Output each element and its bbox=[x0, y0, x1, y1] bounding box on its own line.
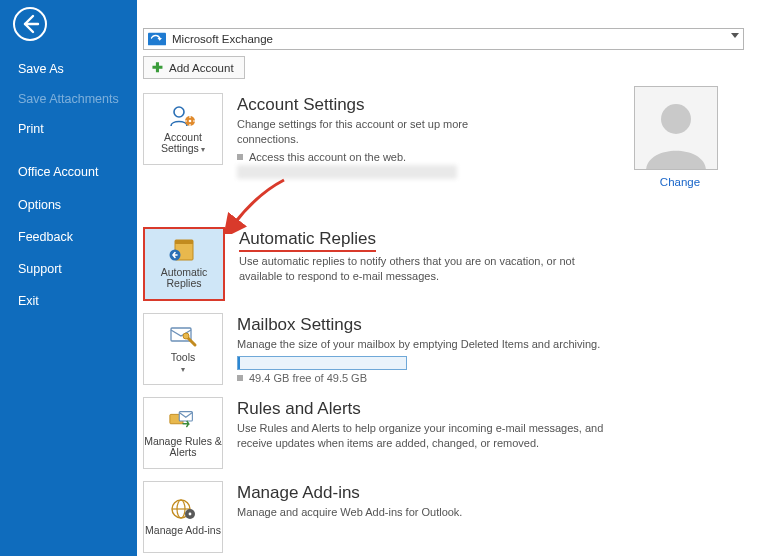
section-heading-automatic-replies: Automatic Replies bbox=[239, 229, 376, 252]
account-selector[interactable]: Microsoft Exchange bbox=[143, 28, 744, 50]
bullet-icon bbox=[237, 375, 243, 381]
section-desc: Use Rules and Alerts to help organize yo… bbox=[237, 421, 627, 451]
bullet-icon bbox=[237, 154, 243, 160]
svg-point-10 bbox=[661, 104, 691, 134]
automatic-replies-tile[interactable]: Automatic Replies bbox=[143, 227, 225, 301]
svg-rect-12 bbox=[175, 240, 193, 244]
account-settings-tile[interactable]: Account Settings ▾ bbox=[143, 93, 223, 165]
sidebar-item-office-account[interactable]: Office Account bbox=[0, 159, 137, 186]
tile-label: Manage Rules & Alerts bbox=[144, 436, 222, 459]
storage-text: 49.4 GB free of 49.5 GB bbox=[249, 372, 367, 384]
account-photo-block: Change bbox=[634, 86, 726, 188]
add-account-button[interactable]: ✚ Add Account bbox=[143, 56, 245, 79]
section-heading-account-settings: Account Settings bbox=[237, 95, 517, 115]
automatic-replies-icon bbox=[169, 238, 199, 264]
manage-rules-alerts-tile[interactable]: Manage Rules & Alerts bbox=[143, 397, 223, 469]
svg-point-15 bbox=[183, 333, 189, 339]
tile-label: Tools▾ bbox=[171, 352, 196, 375]
addins-icon bbox=[168, 496, 198, 522]
sidebar-item-exit[interactable]: Exit bbox=[0, 288, 137, 314]
account-selector-label: Microsoft Exchange bbox=[172, 33, 273, 45]
svg-rect-2 bbox=[148, 33, 166, 46]
sidebar-item-feedback[interactable]: Feedback bbox=[0, 224, 137, 250]
rules-icon bbox=[168, 407, 198, 433]
section-desc: Manage the size of your mailbox by empty… bbox=[237, 337, 744, 352]
backstage-sidebar: Save As Save Attachments Print Office Ac… bbox=[0, 0, 137, 556]
section-desc: Change settings for this account or set … bbox=[237, 117, 517, 147]
svg-point-3 bbox=[174, 107, 184, 117]
section-desc: Manage and acquire Web Add-ins for Outlo… bbox=[237, 505, 744, 520]
svg-point-5 bbox=[189, 120, 192, 123]
main-pane: Microsoft Exchange ✚ Add Account Account… bbox=[137, 0, 768, 556]
storage-bar bbox=[237, 356, 407, 370]
manage-addins-tile[interactable]: Manage Add-ins bbox=[143, 481, 223, 553]
tile-label: Manage Add-ins bbox=[145, 525, 221, 537]
tools-tile[interactable]: Tools▾ bbox=[143, 313, 223, 385]
section-heading-manage-addins: Manage Add-ins bbox=[237, 483, 744, 503]
avatar-placeholder bbox=[634, 86, 718, 170]
sidebar-item-print[interactable]: Print bbox=[0, 116, 137, 142]
redacted-account-url bbox=[237, 165, 457, 179]
section-desc: Use automatic replies to notify others t… bbox=[239, 254, 619, 284]
add-account-label: Add Account bbox=[169, 62, 234, 74]
svg-point-22 bbox=[189, 513, 192, 516]
sidebar-item-options[interactable]: Options bbox=[0, 192, 137, 218]
section-heading-rules-and-alerts: Rules and Alerts bbox=[237, 399, 744, 419]
change-photo-link[interactable]: Change bbox=[634, 176, 726, 188]
chevron-down-icon bbox=[731, 33, 739, 38]
sidebar-item-save-attachments: Save Attachments bbox=[0, 86, 137, 112]
tile-label: Automatic Replies bbox=[145, 267, 223, 290]
section-heading-mailbox-settings: Mailbox Settings bbox=[237, 315, 744, 335]
exchange-icon bbox=[148, 32, 166, 46]
back-button[interactable] bbox=[10, 4, 52, 46]
section-sub: Access this account on the web. bbox=[249, 151, 406, 163]
plus-icon: ✚ bbox=[152, 60, 163, 75]
sidebar-item-support[interactable]: Support bbox=[0, 256, 137, 282]
account-settings-icon bbox=[168, 103, 198, 129]
tools-icon bbox=[168, 323, 198, 349]
tile-label: Account Settings ▾ bbox=[144, 132, 222, 155]
svg-rect-17 bbox=[179, 411, 192, 420]
sidebar-item-save-as[interactable]: Save As bbox=[0, 56, 137, 82]
